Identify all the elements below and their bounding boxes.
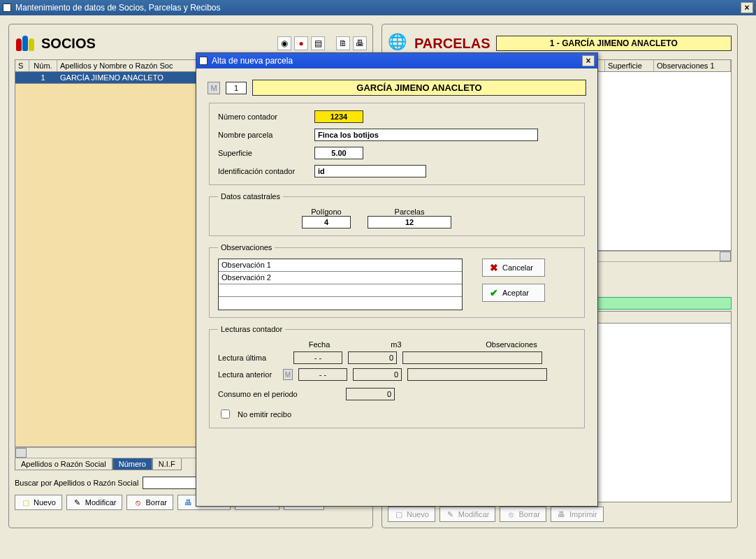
modificar-button[interactable]: ✎Modificar bbox=[66, 495, 123, 510]
alta-parcela-dialog: Alta de nueva parcela × M 1 GARCÍA JIMEN… bbox=[196, 52, 598, 507]
window-icon bbox=[3, 3, 11, 12]
ultima-fecha[interactable] bbox=[293, 351, 342, 364]
cancelar-button[interactable]: ✖Cancelar bbox=[482, 259, 545, 277]
anterior-m3[interactable] bbox=[353, 368, 402, 381]
imprimir-button-2: 🖶Imprimir bbox=[551, 507, 604, 522]
printer-icon: 🖶 bbox=[557, 509, 567, 519]
people-icon bbox=[15, 33, 36, 54]
poligono-label: Polígono bbox=[302, 208, 351, 216]
observaciones-list[interactable]: Observación 1 Observación 2 bbox=[218, 259, 463, 310]
new-icon: ▢ bbox=[21, 498, 31, 507]
basic-fields: Número contador Nombre parcela Superfici… bbox=[209, 103, 585, 185]
anterior-label: Lectura anterior bbox=[218, 370, 277, 379]
m-button-2[interactable]: M bbox=[283, 369, 293, 380]
page-icon[interactable]: 🗎 bbox=[336, 36, 350, 50]
parcelas-label: Parcelas bbox=[368, 208, 451, 216]
lecturas-legend: Lecturas contador bbox=[218, 325, 285, 333]
obs-header: Observaciones bbox=[449, 340, 574, 349]
modificar-button-2: ✎Modificar bbox=[439, 507, 496, 522]
dialog-title: Alta de nueva parcela bbox=[212, 56, 293, 66]
edit-icon: ✎ bbox=[73, 498, 82, 507]
form-icon[interactable]: ▤ bbox=[311, 36, 325, 50]
parcelas-toolbar: ▢Nuevo ✎Modificar ⦸Borrar 🖶Imprimir bbox=[388, 507, 732, 522]
record-icon[interactable]: ● bbox=[294, 36, 308, 50]
obs-item-empty[interactable] bbox=[219, 284, 462, 297]
consumo-input[interactable] bbox=[346, 388, 395, 400]
consumo-label: Consumo en el periodo bbox=[218, 390, 340, 398]
m-button[interactable]: M bbox=[208, 82, 220, 94]
close-icon[interactable]: × bbox=[582, 55, 595, 66]
obs-item[interactable]: Observación 2 bbox=[219, 272, 462, 284]
globe-icon: 🌐 bbox=[388, 33, 409, 54]
superficie-label: Superficie bbox=[218, 149, 309, 157]
no-emitir-label: No emitir recibo bbox=[238, 410, 291, 419]
fecha-header: Fecha bbox=[295, 340, 344, 349]
poligono-input[interactable] bbox=[302, 216, 351, 228]
dialog-titlebar: Alta de nueva parcela × bbox=[196, 53, 597, 68]
catastrales-fieldset: Datos catastrales Polígono Parcelas bbox=[209, 192, 585, 236]
socio-name: GARCÍA JIMENO ANACLETO bbox=[252, 80, 586, 96]
tab-numero[interactable]: Número bbox=[112, 458, 152, 470]
tab-apellidos[interactable]: Apellidos o Razón Social bbox=[15, 458, 112, 470]
window-title: Mantenimiento de datos de Socios, Parcel… bbox=[15, 3, 221, 13]
aceptar-button[interactable]: ✔Aceptar bbox=[482, 284, 545, 302]
no-emitir-checkbox[interactable] bbox=[221, 409, 230, 419]
ultima-obs[interactable] bbox=[402, 351, 542, 364]
delete-icon: ⦸ bbox=[506, 509, 516, 519]
obs-item-empty[interactable] bbox=[219, 297, 462, 310]
scroll-left-icon[interactable] bbox=[15, 448, 27, 458]
window-icon bbox=[199, 57, 208, 65]
borrar-button-2: ⦸Borrar bbox=[500, 507, 546, 522]
row-num: 1 bbox=[29, 72, 57, 83]
anterior-fecha[interactable] bbox=[298, 368, 347, 381]
socio-num: 1 bbox=[226, 82, 247, 94]
parcelas-heading: PARCELAS bbox=[414, 36, 490, 52]
printer-icon: 🖶 bbox=[184, 498, 194, 507]
ident-input[interactable] bbox=[314, 165, 426, 177]
lecturas-fieldset: Lecturas contador Fecha m3 Observaciones… bbox=[209, 325, 585, 428]
ultima-m3[interactable] bbox=[348, 351, 397, 364]
close-icon[interactable]: × bbox=[741, 2, 753, 13]
catastrales-legend: Datos catastrales bbox=[218, 192, 283, 201]
borrar-button[interactable]: ⦸Borrar bbox=[126, 495, 173, 510]
num-contador-label: Número contador bbox=[218, 112, 309, 121]
edit-icon: ✎ bbox=[446, 509, 456, 519]
main-titlebar: Mantenimiento de datos de Socios, Parcel… bbox=[0, 0, 756, 15]
tab-nif[interactable]: N.I.F bbox=[152, 458, 182, 470]
m3-header: m3 bbox=[372, 340, 421, 349]
anterior-obs[interactable] bbox=[407, 368, 547, 381]
col-superficie[interactable]: Superficie bbox=[605, 60, 654, 71]
cancel-icon: ✖ bbox=[490, 262, 498, 273]
new-icon: ▢ bbox=[394, 509, 404, 519]
socios-heading: SOCIOS bbox=[41, 36, 96, 52]
nombre-label: Nombre parcela bbox=[218, 131, 309, 139]
col-s[interactable]: S bbox=[15, 60, 29, 71]
medal-icon[interactable]: ◉ bbox=[277, 36, 291, 50]
check-icon: ✔ bbox=[490, 287, 498, 298]
col-obs1[interactable]: Observaciones 1 bbox=[654, 60, 731, 71]
superficie-input[interactable] bbox=[314, 147, 363, 159]
nuevo-button[interactable]: ▢Nuevo bbox=[15, 495, 62, 510]
num-contador-input[interactable] bbox=[314, 110, 363, 123]
observaciones-legend: Observaciones bbox=[218, 243, 275, 252]
ident-label: Identificación contador bbox=[218, 167, 309, 175]
search-label: Buscar por Apellidos o Razón Social bbox=[15, 479, 138, 487]
parcelas-input[interactable] bbox=[368, 216, 451, 228]
parcelas-banner: 1 - GARCÍA JIMENO ANACLETO bbox=[496, 36, 732, 51]
col-num[interactable]: Núm. bbox=[29, 60, 57, 71]
ultima-label: Lectura última bbox=[218, 354, 288, 362]
observaciones-fieldset: Observaciones Observación 1 Observación … bbox=[209, 243, 585, 318]
obs-item[interactable]: Observación 1 bbox=[219, 259, 462, 272]
delete-icon: ⦸ bbox=[133, 498, 143, 507]
print-icon[interactable]: 🖶 bbox=[353, 36, 367, 50]
nuevo-button-2: ▢Nuevo bbox=[388, 507, 435, 522]
scroll-right-icon[interactable] bbox=[720, 252, 731, 261]
nombre-input[interactable] bbox=[314, 129, 538, 141]
